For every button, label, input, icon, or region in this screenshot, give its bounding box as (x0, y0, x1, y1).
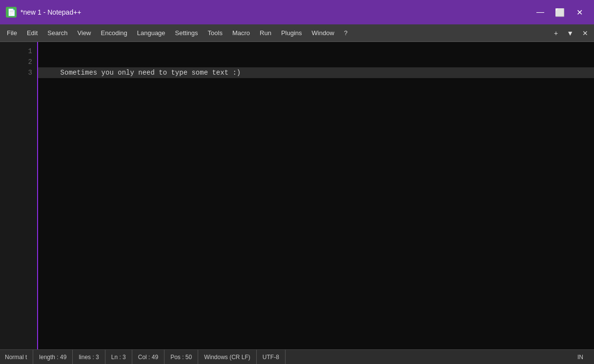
close-button[interactable]: ✕ (571, 5, 588, 20)
menu-plugins[interactable]: Plugins (276, 27, 307, 39)
app-icon: 📄 (6, 7, 17, 18)
menu-right: + ▼ ✕ (550, 27, 592, 39)
status-eol: Windows (CR LF) (198, 350, 257, 364)
menu-window[interactable]: Window (307, 27, 339, 39)
code-content[interactable]: Sometimes you only need to type some tex… (38, 42, 594, 349)
menu-settings[interactable]: Settings (170, 27, 203, 39)
menu-search[interactable]: Search (42, 27, 72, 39)
menu-encoding[interactable]: Encoding (96, 27, 132, 39)
status-lines: lines : 3 (73, 350, 105, 364)
status-bar: Normal t length : 49 lines : 3 Ln : 3 Co… (0, 349, 594, 364)
code-line-2 (38, 57, 594, 67)
status-ins: IN (572, 350, 589, 364)
menu-edit[interactable]: Edit (22, 27, 42, 39)
maximize-button[interactable]: ⬜ (551, 5, 569, 20)
menu-run[interactable]: Run (255, 27, 276, 39)
tab-dropdown-button[interactable]: ▼ (563, 27, 577, 39)
code-line-1 (38, 46, 594, 57)
menu-file[interactable]: File (2, 27, 22, 39)
line-number-3: 3 (28, 67, 32, 78)
status-length: length : 49 (33, 350, 73, 364)
status-pos: Pos : 50 (164, 350, 198, 364)
menu-macro[interactable]: Macro (227, 27, 255, 39)
minimize-button[interactable]: — (532, 5, 549, 20)
menu-bar: File Edit Search View Encoding Language … (0, 24, 594, 42)
menu-help[interactable]: ? (339, 27, 352, 39)
status-col: Col : 49 (132, 350, 164, 364)
close-tab-button[interactable]: ✕ (578, 27, 592, 39)
code-line-3: Sometimes you only need to type some tex… (38, 67, 594, 78)
add-tab-button[interactable]: + (550, 27, 562, 39)
status-ln: Ln : 3 (105, 350, 132, 364)
menu-language[interactable]: Language (132, 27, 170, 39)
line-number-1: 1 (28, 46, 32, 57)
status-style: Normal t (5, 350, 33, 364)
title-controls: — ⬜ ✕ (532, 5, 588, 20)
line-number-2: 2 (28, 57, 32, 67)
title-left: 📄 *new 1 - Notepad++ (6, 7, 82, 18)
title-bar: 📄 *new 1 - Notepad++ — ⬜ ✕ (0, 0, 594, 24)
menu-tools[interactable]: Tools (203, 27, 227, 39)
line-numbers: 1 2 3 (0, 42, 38, 349)
editor-area: 1 2 3 Sometimes you only need to type so… (0, 42, 594, 349)
title-text: *new 1 - Notepad++ (20, 8, 82, 16)
status-encoding: UTF-8 (257, 350, 286, 364)
menu-view[interactable]: View (73, 27, 96, 39)
